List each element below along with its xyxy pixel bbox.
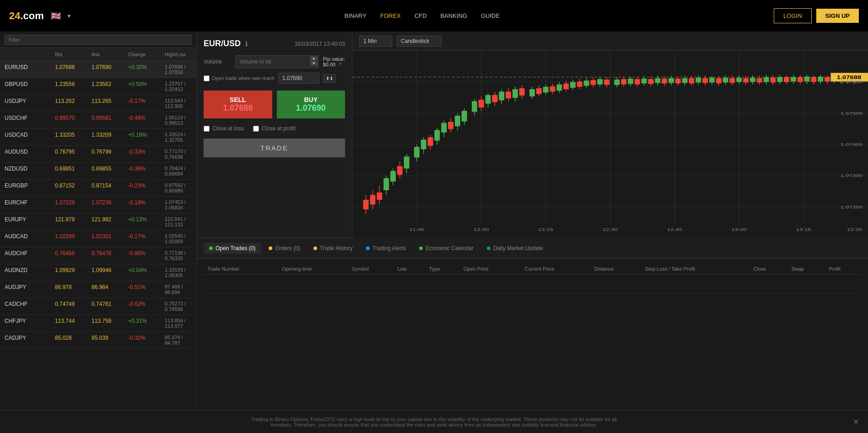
rate-reach-input[interactable] [278, 73, 319, 84]
svg-rect-22 [390, 171, 396, 182]
currency-ask: 85.039 [92, 335, 128, 346]
currency-row[interactable]: AUDCAD 1.02289 1.02301 -0.17% 1.02545 / … [0, 230, 196, 247]
rate-reach-arrows[interactable]: ⬆⬇ [323, 74, 336, 83]
volume-up-button[interactable]: ▲ [310, 56, 318, 61]
tab-open-trades[interactable]: Open Trades (0) [204, 243, 261, 254]
filter-bar [0, 32, 196, 48]
currency-row[interactable]: EURGBP 0.87152 0.87154 -0.23% 0.87592 / … [0, 180, 196, 197]
flag-icon[interactable]: 🇬🇧 [51, 11, 61, 21]
currency-row[interactable]: EURUSD 1.07688 1.07690 +0.30% 1.07698 / … [0, 61, 196, 78]
nav-binary[interactable]: BINARY [345, 12, 367, 19]
svg-rect-78 [590, 80, 596, 85]
tab-economic-calendar[interactable]: Economic Calendar [414, 243, 479, 254]
currency-ask: 0.76478 [92, 250, 128, 261]
svg-rect-40 [455, 116, 460, 126]
currency-highlow: 122.041 / 121.133 [165, 216, 192, 227]
currency-row[interactable]: CADCHF 0.74749 0.74761 -0.62% 0.75273 / … [0, 298, 196, 315]
tab-orders[interactable]: Orders (0) [263, 243, 306, 254]
currency-highlow: 1.02545 / 1.02069 [165, 233, 192, 244]
currency-row[interactable]: GBPUSD 1.23556 1.23562 +0.58% 1.23767 / … [0, 78, 196, 95]
tab-trade-history[interactable]: Trade History [308, 243, 358, 254]
currency-bid: 0.99570 [55, 115, 92, 126]
currency-bid: 86.978 [55, 284, 92, 295]
currency-row[interactable]: USDJPY 113.262 113.265 -0.17% 113.544 / … [0, 95, 196, 112]
currency-name: EURGBP [5, 182, 55, 193]
timeframe-select[interactable]: 1 Min 5 Min 15 Min 30 Min 1 Hour [359, 36, 392, 47]
dropdown-arrow-icon[interactable]: ▾ [68, 13, 70, 19]
currency-row[interactable]: EURCHF 1.07229 1.07236 -0.18% 1.07453 / … [0, 197, 196, 214]
currency-highlow: 0.87592 / 0.86689 [165, 182, 192, 193]
tabs-bar: Open Trades (0) Orders (0) Trade History… [197, 238, 868, 259]
trade-button[interactable]: TRADE [204, 139, 345, 157]
svg-rect-52 [499, 91, 504, 100]
logo[interactable]: 24.com [9, 10, 44, 22]
col-ask: Ask [92, 52, 128, 57]
volume-input[interactable] [236, 55, 318, 68]
tab-label-orders: Orders (0) [275, 245, 300, 251]
nav-guide[interactable]: GUIDE [481, 12, 500, 19]
col-change: Change [128, 52, 165, 57]
filter-input[interactable] [5, 35, 192, 45]
tab-daily-market-update[interactable]: Daily Market Update [481, 243, 549, 254]
volume-down-button[interactable]: ▼ [310, 61, 318, 66]
svg-rect-36 [441, 123, 447, 133]
currency-row[interactable]: NZDUSD 0.69851 0.69855 -0.36% 0.70424 / … [0, 163, 196, 180]
volume-input-wrap: ▲ ▼ [236, 55, 318, 68]
nav-cfd[interactable]: CFD [415, 12, 427, 19]
currency-row[interactable]: USDCAD 1.33205 1.33209 +0.16% 1.33524 / … [0, 129, 196, 146]
charttype-select[interactable]: Candlestick Line Bar [397, 36, 442, 47]
sell-button[interactable]: SELL 1.07688 [204, 91, 272, 118]
rate-reach-row: Open trade when rate reach ⬆⬇ [204, 73, 345, 84]
currency-row[interactable]: CHFJPY 113.744 113.758 +0.31% 113.856 / … [0, 315, 196, 332]
signup-button[interactable]: SIGN UP [816, 9, 859, 23]
currency-change: +0.30% [128, 64, 165, 75]
close-profit-checkbox[interactable] [253, 126, 259, 132]
currency-change: +0.04% [128, 267, 165, 278]
nav-forex[interactable]: FOREX [380, 12, 401, 19]
svg-text:12:30: 12:30 [603, 227, 618, 232]
tab-trading-alerts[interactable]: Trading Alerts [361, 243, 412, 254]
currency-ask: 113.265 [92, 98, 128, 109]
tab-label-economic-calendar: Economic Calendar [426, 245, 474, 251]
currency-highlow: 113.544 / 112.905 [165, 98, 192, 109]
currency-row[interactable]: CADJPY 85.028 85.039 -0.32% 85.374 / 84.… [0, 332, 196, 349]
currency-change: -0.80% [128, 250, 165, 261]
svg-rect-26 [404, 156, 410, 168]
rate-reach-checkbox[interactable] [204, 75, 210, 81]
svg-text:13:30: 13:30 [847, 227, 862, 232]
currency-row[interactable]: AUDCHF 0.76466 0.76478 -0.80% 0.77136 / … [0, 247, 196, 264]
currency-row[interactable]: AUDJPY 86.978 86.984 -0.51% 87.488 / 86.… [0, 281, 196, 298]
currency-row[interactable]: USDCHF 0.99570 0.99581 -0.48% 1.00119 / … [0, 112, 196, 129]
currency-row[interactable]: AUDNZD 1.09929 1.09946 +0.04% 1.10193 / … [0, 264, 196, 281]
currency-name: AUDCHF [5, 250, 55, 261]
close-footer-button[interactable]: ✕ [853, 417, 859, 426]
currency-row[interactable]: AUDUSD 0.76795 0.76799 -0.33% 0.77170 / … [0, 146, 196, 163]
sidebar-header: Bid Ask Change High/Low [0, 48, 196, 61]
svg-text:13:00: 13:00 [732, 227, 747, 232]
currency-change: +0.58% [128, 81, 165, 92]
buy-button[interactable]: BUY 1.07690 [277, 91, 345, 118]
currency-ask: 113.758 [92, 318, 128, 329]
tab-dot-economic-calendar [419, 246, 423, 250]
col-highlow: High/Low [165, 52, 192, 57]
svg-rect-46 [479, 100, 484, 107]
currency-highlow: 1.10193 / 1.09305 [165, 267, 192, 278]
pip-help-icon[interactable]: ? [339, 62, 341, 67]
currency-ask: 0.76799 [92, 149, 128, 160]
info-icon[interactable]: ℹ [245, 40, 248, 48]
svg-rect-110 [702, 78, 708, 83]
nav-banking[interactable]: BANKING [440, 12, 467, 19]
svg-rect-32 [428, 137, 433, 146]
currency-highlow: 113.856 / 113.077 [165, 318, 192, 329]
svg-rect-104 [682, 78, 688, 83]
svg-text:1.07400: 1.07400 [841, 142, 863, 147]
currency-name: AUDCAD [5, 233, 55, 244]
currency-bid: 121.979 [55, 216, 92, 227]
th-open-price: Open Price [460, 263, 521, 275]
tab-label-trading-alerts: Trading Alerts [372, 245, 406, 251]
currency-row[interactable]: EURJPY 121.979 121.982 +0.13% 122.041 / … [0, 214, 196, 230]
svg-rect-90 [635, 79, 640, 85]
close-loss-checkbox[interactable] [204, 126, 210, 132]
trade-form: EUR/USD ℹ 16/03/2017 13:40:03 Volume ▲ ▼ [197, 32, 352, 238]
login-button[interactable]: LOGIN [774, 8, 811, 23]
